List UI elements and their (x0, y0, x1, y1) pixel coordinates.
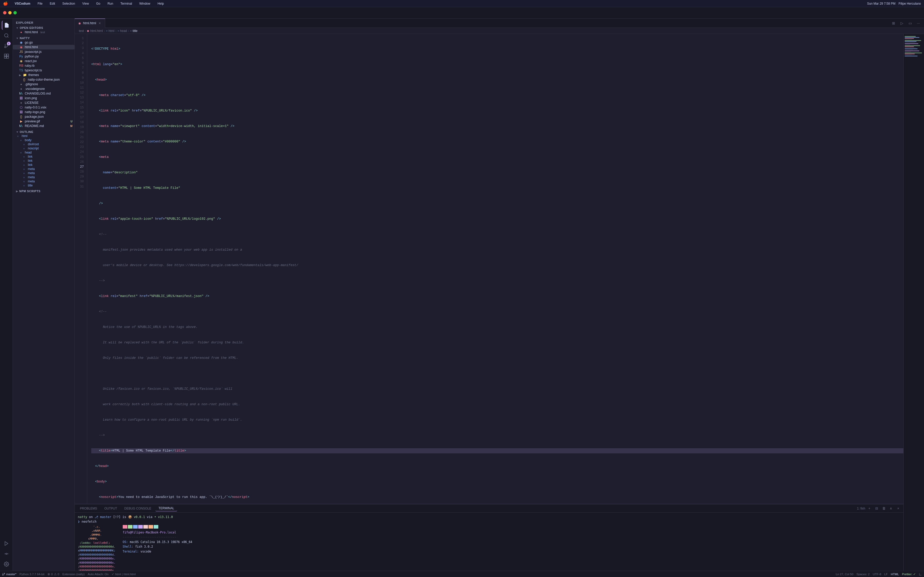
warnings-count: 0 (58, 573, 59, 576)
git-icon[interactable] (2, 549, 11, 558)
file-go[interactable]: ◉ go.go (13, 40, 74, 45)
app-name[interactable]: VSCodium (13, 1, 32, 6)
minimap-line (905, 48, 918, 49)
formatter-status[interactable]: Prettier: ✓ (902, 572, 916, 576)
more-actions-button[interactable]: ··· (915, 19, 922, 27)
menu-run[interactable]: Run (106, 1, 115, 6)
open-editors-title[interactable]: ▼ OPEN EDITORS (13, 25, 74, 30)
language-status[interactable]: HTML (891, 573, 899, 576)
outline-divroot[interactable]: ○ div#root (13, 142, 74, 146)
auto-attach-status[interactable]: Auto Attach: On (88, 573, 108, 576)
broadcast-status[interactable] (919, 573, 922, 576)
terminal-new-button[interactable]: + (866, 505, 872, 512)
outline-noscript[interactable]: ○ noscript (13, 146, 74, 150)
terminal-trash-button[interactable]: 🗑 (881, 505, 887, 512)
open-file-html[interactable]: ● html.html test (13, 30, 74, 34)
git-branch-status[interactable]: master* (2, 573, 16, 576)
natty-title[interactable]: ▼ NATTY (13, 35, 74, 40)
breadcrumb-html-tag[interactable]: ○ html (106, 29, 115, 33)
outline-head[interactable]: ○ head (13, 150, 74, 155)
outline-meta3[interactable]: ○ meta (13, 175, 74, 179)
search-icon[interactable] (2, 31, 11, 40)
file-rb[interactable]: RB ruby.rb (13, 63, 74, 68)
terminal-split-button[interactable]: ⊟ (874, 505, 880, 512)
terminal-collapse-button[interactable]: ∧ (888, 505, 894, 512)
menu-file[interactable]: File (36, 1, 44, 6)
menu-edit[interactable]: Edit (48, 1, 57, 6)
problems-tab[interactable]: PROBLEMS (77, 506, 100, 511)
code-editor[interactable]: 1 2 3 4 5 6 7 8 9 10 11 12 13 (75, 34, 903, 571)
menu-terminal[interactable]: Terminal (119, 1, 134, 6)
terminal-tab-active[interactable]: TERMINAL (155, 505, 178, 511)
run-file-button[interactable]: ▷ (898, 19, 905, 27)
tab-close-button[interactable]: × (98, 21, 101, 25)
maximize-button[interactable] (13, 11, 17, 15)
breadcrumb-head[interactable]: ○ head (118, 29, 127, 33)
menu-view[interactable]: View (81, 1, 90, 6)
outline-meta1[interactable]: ○ meta (13, 167, 74, 171)
code-lines[interactable]: <!DOCTYPE html> <html lang="en"> <head> … (87, 34, 903, 504)
file-package-json[interactable]: {} package.json (13, 114, 74, 119)
settings-icon[interactable] (2, 559, 11, 569)
toggle-panel-button[interactable]: ▭ (906, 19, 914, 27)
file-iconpng[interactable]: 🖼 icon.png (13, 96, 74, 100)
explorer-icon[interactable] (2, 21, 11, 30)
file-preview-gif[interactable]: ▶ preview.gif U (13, 119, 74, 124)
terminal-content[interactable]: natty on ⎇ master [!?] is 📦 v0.0.1 via •… (75, 513, 903, 571)
source-control-icon[interactable]: 2 (2, 41, 11, 50)
menu-window[interactable]: Window (138, 1, 152, 6)
terminal-close-button[interactable]: × (895, 505, 901, 512)
cursor-label: Ln 27, Col 50 (836, 573, 853, 576)
errors-status[interactable]: ⊗ 0 ⚠ 0 (47, 572, 59, 576)
file-js[interactable]: JS javascript.js (13, 50, 74, 54)
spaces-status[interactable]: Spaces: 2 (856, 573, 870, 576)
breadcrumb-test[interactable]: test (79, 29, 84, 33)
outline-meta4[interactable]: ○ meta (13, 179, 74, 184)
file-vsix[interactable]: ⬡ natty-0.0.1.vsix (13, 105, 74, 110)
outline-link2[interactable]: ○ link (13, 159, 74, 163)
file-status[interactable]: ✓ html | html.html (111, 572, 136, 576)
file-license[interactable]: ● LICENSE (13, 100, 74, 105)
extension-status[interactable]: Extension (natty) (62, 573, 84, 576)
cursor-position[interactable]: Ln 27, Col 50 (836, 573, 853, 576)
debug-console-tab[interactable]: DEBUG CONSOLE (121, 506, 154, 511)
file-gitignore[interactable]: ● .gitignore (13, 82, 74, 87)
npm-scripts-title[interactable]: ▶ NPM SCRIPTS (13, 189, 74, 193)
file-readme[interactable]: M↓ README.md M (13, 124, 74, 128)
outline-body[interactable]: ○ body (13, 138, 74, 142)
outline-title[interactable]: ▼ OUTLINE (13, 129, 74, 134)
outline-meta2[interactable]: ○ meta (13, 171, 74, 175)
close-button[interactable] (3, 11, 6, 15)
file-html[interactable]: ◉ html.html (13, 45, 74, 50)
extensions-icon[interactable] (2, 52, 11, 61)
menu-go[interactable]: Go (95, 1, 102, 6)
split-editor-button[interactable]: ⊞ (890, 19, 897, 27)
minimize-button[interactable] (8, 11, 11, 15)
output-tab[interactable]: OUTPUT (101, 506, 120, 511)
line-ending-status[interactable]: LF (884, 573, 888, 576)
outline-title[interactable]: ○ title (13, 184, 74, 187)
menu-selection[interactable]: Selection (61, 1, 77, 6)
file-changelog[interactable]: M↓ CHANGELOG.md (13, 91, 74, 96)
outline-html[interactable]: ○ html (13, 134, 74, 138)
html-icon: ◉ (19, 45, 23, 49)
python-status[interactable]: Python 3.7.7 64-bit (19, 573, 45, 576)
encoding-status[interactable]: UTF-8 (873, 573, 881, 576)
file-ts[interactable]: TS typescript.ts (13, 68, 74, 73)
file-py[interactable]: Py python.py (13, 54, 74, 59)
code-view[interactable]: 1 2 3 4 5 6 7 8 9 10 11 12 13 (75, 34, 903, 504)
run-icon[interactable] (2, 539, 11, 548)
explorer-header[interactable]: EXPLORER (13, 19, 74, 25)
file-logo-png[interactable]: 🖼 natty-logo.png (13, 110, 74, 114)
breadcrumb-htmlfile[interactable]: ◉ html.html (87, 29, 103, 33)
tab-html[interactable]: ◉ html.html × (75, 19, 105, 28)
outline-link1[interactable]: ○ link (13, 155, 74, 159)
menu-help[interactable]: Help (156, 1, 165, 6)
folder-themes[interactable]: ▶ 📁 themes (13, 73, 74, 77)
file-jsx[interactable]: ◉ react.jsx (13, 59, 74, 63)
breadcrumb-title[interactable]: ○ title (130, 29, 138, 33)
file-theme-json[interactable]: {} natty-color-theme.json (13, 77, 74, 82)
outline-link3[interactable]: ○ link (13, 163, 74, 167)
file-vscodeignore[interactable]: ● .vscodeignore (13, 87, 74, 91)
line-ending-label: LF (884, 573, 888, 576)
